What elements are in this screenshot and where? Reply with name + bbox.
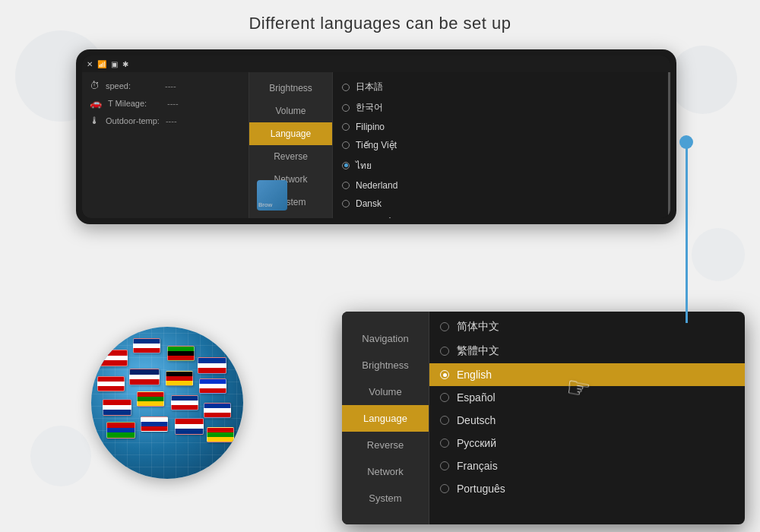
- top-device: ✕ 📶 ▣ ✱ ⏱ speed: ---- 🚗 T Mileage: ---- …: [76, 49, 676, 224]
- top-lang-item[interactable]: Dansk: [333, 195, 668, 213]
- close-icon: ✕: [87, 60, 93, 68]
- flag: [175, 418, 204, 435]
- globe: [91, 327, 243, 479]
- top-lang-item[interactable]: Nederland: [333, 176, 668, 195]
- popup-lang-label: 繁體中文: [457, 344, 499, 358]
- device-info-panel: ⏱ speed: ---- 🚗 T Mileage: ---- 🌡 Outdoo…: [82, 72, 249, 218]
- lang-radio-icon: [342, 162, 350, 169]
- flag: [141, 416, 168, 432]
- connector-line-vertical: [686, 141, 688, 323]
- speed-row: ⏱ speed: ----: [90, 80, 241, 91]
- top-menu-item-volume[interactable]: Volume: [249, 100, 332, 122]
- popup-menu-item-brightness[interactable]: Brightness: [342, 352, 429, 378]
- map-thumbnail: Brow: [257, 180, 287, 211]
- top-language-list: 日本語한국어FilipinoTiếng ViệtไทยNederlandDans…: [333, 72, 670, 218]
- popup-lang-label: 简体中文: [457, 320, 499, 334]
- top-lang-item[interactable]: ไทย: [333, 154, 668, 176]
- speed-label: speed:: [106, 81, 159, 90]
- flag: [133, 338, 160, 353]
- car-icon: 🚗: [90, 97, 102, 109]
- lang-label: Filipino: [356, 122, 385, 132]
- flag: [103, 399, 131, 416]
- connector-dot: [679, 135, 693, 149]
- popup-lang-label: Deutsch: [457, 414, 496, 426]
- popup-radio-icon: [440, 322, 449, 331]
- popup-lang-item[interactable]: 繁體中文: [429, 339, 745, 363]
- top-menu-item-reverse[interactable]: Reverse: [249, 145, 332, 168]
- popup-radio-icon: [440, 370, 449, 379]
- popup-lang-label: Русский: [457, 437, 496, 449]
- temp-label: Outdoor-temp:: [106, 116, 160, 125]
- top-menu-item-version[interactable]: Version: [249, 214, 332, 218]
- popup-radio-icon: [440, 439, 449, 448]
- flag: [106, 422, 135, 439]
- temp-value: ----: [166, 116, 177, 125]
- popup-menu-item-navigation[interactable]: Navigation: [342, 325, 429, 352]
- lang-radio-icon: [342, 84, 350, 91]
- popup-radio-icon: [440, 347, 449, 356]
- lang-label: Dansk: [356, 198, 382, 209]
- flag: [199, 378, 226, 394]
- lang-radio-icon: [342, 141, 350, 149]
- mileage-label: T Mileage:: [108, 99, 161, 108]
- flag: [198, 357, 226, 374]
- popup-lang-item[interactable]: Русский: [429, 432, 745, 454]
- popup-radio-icon: [440, 416, 449, 425]
- popup-radio-icon: [440, 484, 449, 493]
- lang-radio-icon: [342, 123, 350, 131]
- wifi-icon: 📶: [97, 60, 106, 68]
- flag: [167, 346, 195, 361]
- popup-lang-item[interactable]: Français: [429, 454, 745, 477]
- popup-menu-item-system[interactable]: System: [342, 485, 429, 511]
- bottom-popup: NavigationBrightnessVolumeLanguageRevers…: [342, 312, 745, 524]
- decor-blob-2: [669, 46, 737, 114]
- status-bar: ✕ 📶 ▣ ✱: [82, 55, 670, 72]
- mileage-value: ----: [167, 99, 179, 108]
- lang-radio-icon: [342, 182, 350, 189]
- popup-menu-item-network[interactable]: Network: [342, 458, 429, 485]
- speed-icon: ⏱: [90, 80, 100, 91]
- popup-lang-label: Español: [457, 391, 496, 404]
- popup-lang-item[interactable]: Português: [429, 477, 745, 500]
- temp-row: 🌡 Outdoor-temp: ----: [90, 115, 241, 126]
- popup-lang-list: 简体中文繁體中文EnglishEspañolDeutschРусскийFran…: [429, 312, 745, 524]
- lang-label: ไทย: [356, 158, 372, 173]
- top-menu-item-brightness[interactable]: Brightness: [249, 77, 332, 100]
- flag: [137, 391, 164, 407]
- lang-label: Ελληνικά: [356, 217, 392, 218]
- temp-icon: 🌡: [90, 115, 100, 126]
- lang-radio-icon: [342, 104, 350, 112]
- page-title: Different languages can be set up: [0, 14, 760, 33]
- top-menu-item-language[interactable]: Language: [249, 122, 332, 145]
- lang-label: 한국어: [356, 101, 383, 114]
- flag: [99, 350, 128, 366]
- popup-lang-item[interactable]: Deutsch: [429, 409, 745, 432]
- top-lang-item[interactable]: 한국어: [333, 97, 668, 118]
- flag: [129, 369, 160, 385]
- flag: [207, 427, 234, 442]
- device-screen: ✕ 📶 ▣ ✱ ⏱ speed: ---- 🚗 T Mileage: ---- …: [82, 55, 670, 218]
- lang-label: Nederland: [356, 180, 397, 191]
- top-lang-item[interactable]: Filipino: [333, 118, 668, 136]
- flag: [204, 403, 231, 418]
- popup-radio-icon: [440, 461, 449, 470]
- lang-radio-icon: [342, 200, 350, 207]
- screen-icon: ▣: [111, 60, 118, 68]
- bluetooth-icon: ✱: [122, 60, 128, 68]
- popup-menu-item-reverse[interactable]: Reverse: [342, 432, 429, 458]
- speed-value: ----: [165, 81, 176, 90]
- popup-lang-item[interactable]: 简体中文: [429, 315, 745, 339]
- lang-label: 日本語: [356, 81, 383, 93]
- top-lang-item[interactable]: 日本語: [333, 77, 668, 97]
- popup-lang-label: Português: [457, 483, 505, 495]
- flag: [97, 376, 125, 391]
- globe-container: [76, 312, 266, 509]
- popup-lang-label: Français: [457, 460, 498, 472]
- mileage-row: 🚗 T Mileage: ----: [90, 97, 241, 109]
- popup-menu-item-volume[interactable]: Volume: [342, 378, 429, 405]
- popup-menu-item-language[interactable]: Language: [342, 405, 429, 432]
- top-lang-item[interactable]: Tiếng Việt: [333, 136, 668, 154]
- top-lang-item[interactable]: Ελληνικά: [333, 213, 668, 218]
- flag: [171, 395, 198, 410]
- flag: [166, 371, 193, 386]
